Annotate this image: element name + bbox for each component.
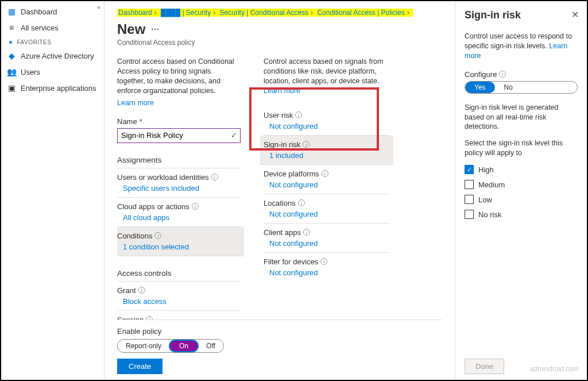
learn-more-link[interactable]: Learn more xyxy=(117,99,154,107)
option-label: No risk xyxy=(478,210,501,219)
breadcrumb-item[interactable]: ████ | Security xyxy=(161,9,211,17)
main-content: Dashboard› ████ | Security› Security | C… xyxy=(105,1,455,380)
configure-label: Configure i xyxy=(465,70,578,79)
condition-value[interactable]: Not configured xyxy=(264,210,390,218)
risk-option-norisk[interactable]: No risk xyxy=(465,210,578,219)
select-risk-label: Select the sign-in risk level this polic… xyxy=(465,138,578,158)
info-icon: i xyxy=(303,141,310,148)
info-icon: i xyxy=(320,258,327,265)
setting-users[interactable]: Users or workload identities i Specific … xyxy=(117,168,241,198)
policy-form-column: Control access based on Conditional Acce… xyxy=(117,57,241,320)
aad-icon: ◆ xyxy=(7,51,16,60)
done-button[interactable]: Done xyxy=(465,359,504,374)
condition-value[interactable]: 1 included xyxy=(264,151,390,160)
info-icon: i xyxy=(322,170,328,177)
condition-value[interactable]: Not configured xyxy=(264,239,390,248)
condition-signin-risk[interactable]: Sign-in risk i 1 included xyxy=(260,136,393,165)
breadcrumb-item[interactable]: Security | Conditional Access xyxy=(220,9,309,17)
risk-detection-info: Sign-in risk level is generated based on… xyxy=(465,103,578,132)
page-title: New ⋯ xyxy=(117,21,442,37)
toggle-report-only[interactable]: Report-only xyxy=(118,340,169,352)
info-icon: i xyxy=(499,71,506,78)
favorites-header: ★FAVORITES xyxy=(1,36,104,48)
nav-users[interactable]: 👥 Users xyxy=(1,64,104,80)
condition-value[interactable]: Not configured xyxy=(264,122,390,130)
checkbox-icon[interactable] xyxy=(465,195,474,204)
nav-label: Enterprise applications xyxy=(21,84,96,93)
toggle-on[interactable]: On xyxy=(169,340,199,352)
setting-conditions[interactable]: Conditions i 1 condition selected xyxy=(117,227,244,256)
toggle-yes[interactable]: Yes xyxy=(465,82,495,93)
dashboard-icon: ▦ xyxy=(7,7,16,16)
risk-option-high[interactable]: ✓ High xyxy=(465,165,578,174)
learn-more-link[interactable]: Learn more xyxy=(264,87,300,95)
setting-session[interactable]: Session i 0 controls selected xyxy=(117,311,241,320)
condition-client-apps[interactable]: Client apps i Not configured xyxy=(264,224,390,253)
page-subtitle: Conditional Access policy xyxy=(117,39,442,47)
nav-label: Dashboard xyxy=(21,7,57,16)
info-icon: i xyxy=(298,199,305,206)
list-icon: ≡ xyxy=(7,23,16,32)
nav-enterprise-apps[interactable]: ▣ Enterprise applications xyxy=(1,80,104,96)
breadcrumb-item[interactable]: Conditional Access | Policies xyxy=(317,9,405,17)
checkbox-icon[interactable] xyxy=(465,180,474,189)
assignments-header: Assignments xyxy=(117,156,241,168)
more-actions-icon[interactable]: ⋯ xyxy=(151,25,159,34)
toggle-off[interactable]: Off xyxy=(198,340,223,352)
signin-risk-panel: ✕ Sign-in risk Control user access to re… xyxy=(455,1,587,380)
conditions-column: Control access based on signals from con… xyxy=(264,57,390,320)
sidebar: « ▦ Dashboard ≡ All services ★FAVORITES … xyxy=(1,1,105,380)
condition-filter-devices[interactable]: Filter for devices i Not configured xyxy=(264,253,390,282)
apps-icon: ▣ xyxy=(7,83,16,93)
users-icon: 👥 xyxy=(7,67,16,76)
condition-value[interactable]: Not configured xyxy=(264,180,390,189)
setting-grant[interactable]: Grant i Block access xyxy=(117,282,241,311)
policy-description: Control access based on Conditional Acce… xyxy=(117,57,241,96)
create-button[interactable]: Create xyxy=(117,359,163,374)
option-label: High xyxy=(478,166,494,174)
nav-label: Users xyxy=(21,68,40,76)
option-label: Medium xyxy=(478,180,505,189)
name-label: Name * xyxy=(117,117,241,126)
nav-all-services[interactable]: ≡ All services xyxy=(1,20,104,36)
checkbox-icon[interactable]: ✓ xyxy=(465,165,474,174)
check-icon: ✓ xyxy=(231,131,237,140)
condition-value[interactable]: Not configured xyxy=(264,268,390,277)
star-icon: ★ xyxy=(8,39,14,45)
risk-option-low[interactable]: Low xyxy=(465,195,578,204)
info-icon: i xyxy=(192,203,199,210)
close-icon[interactable]: ✕ xyxy=(571,9,579,20)
info-icon: i xyxy=(154,232,161,239)
configure-toggle[interactable]: Yes No xyxy=(465,81,578,94)
enable-policy-toggle[interactable]: Report-only On Off xyxy=(117,339,224,353)
checkbox-icon[interactable] xyxy=(465,210,474,219)
conditions-description: Control access based on signals from con… xyxy=(264,57,390,96)
option-label: Low xyxy=(478,195,492,204)
setting-value[interactable]: Block access xyxy=(117,297,241,306)
risk-option-medium[interactable]: Medium xyxy=(465,180,578,189)
condition-user-risk[interactable]: User risk i Not configured xyxy=(264,106,390,136)
setting-value[interactable]: 1 condition selected xyxy=(117,243,241,251)
nav-label: All services xyxy=(21,24,59,32)
access-controls-header: Access controls xyxy=(117,269,241,282)
info-icon: i xyxy=(211,174,218,180)
breadcrumb: Dashboard› ████ | Security› Security | C… xyxy=(117,9,413,17)
panel-description: Control user access to respond to specif… xyxy=(465,32,578,61)
info-icon: i xyxy=(303,229,310,236)
setting-cloud-apps[interactable]: Cloud apps or actions i All cloud apps xyxy=(117,198,241,227)
nav-aad[interactable]: ◆ Azure Active Directory xyxy=(1,48,104,64)
info-icon: i xyxy=(295,111,302,118)
nav-dashboard[interactable]: ▦ Dashboard xyxy=(1,3,104,20)
condition-locations[interactable]: Locations i Not configured xyxy=(264,194,390,224)
enable-policy-label: Enable policy xyxy=(117,327,442,336)
nav-label: Azure Active Directory xyxy=(21,52,94,60)
setting-value[interactable]: Specific users included xyxy=(117,184,241,193)
breadcrumb-item[interactable]: Dashboard xyxy=(118,9,152,17)
watermark: admindroid.com xyxy=(530,365,579,373)
collapse-sidebar-icon[interactable]: « xyxy=(97,3,100,10)
setting-value[interactable]: All cloud apps xyxy=(117,213,241,222)
footer: Enable policy Report-only On Off Create xyxy=(117,320,442,380)
condition-device-platforms[interactable]: Device platforms i Not configured xyxy=(264,165,390,194)
toggle-no[interactable]: No xyxy=(495,82,522,93)
policy-name-input[interactable] xyxy=(117,128,241,143)
